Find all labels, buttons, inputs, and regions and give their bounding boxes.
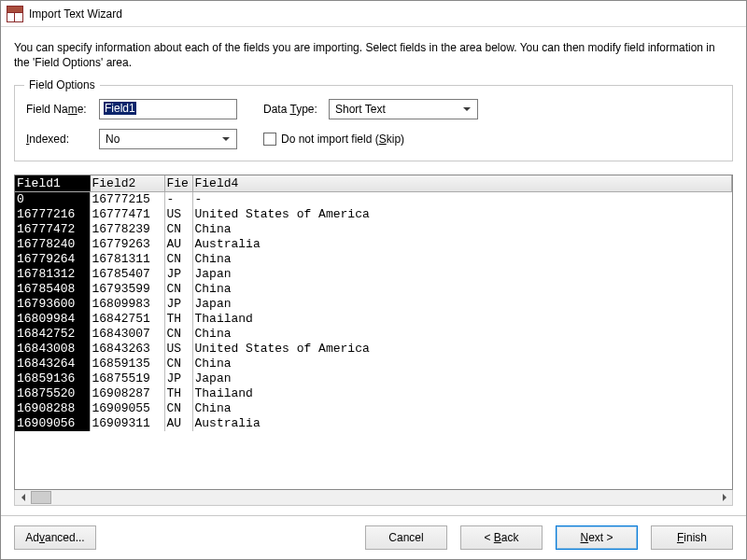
cell: 16777215 [90, 191, 164, 207]
import-text-wizard-window: Import Text Wizard You can specify infor… [0, 0, 747, 560]
cell: China [192, 282, 732, 297]
cell: 16793600 [15, 297, 90, 312]
table-row[interactable]: 1687552016908287THThailand [15, 386, 732, 401]
cell: 16843008 [15, 342, 90, 357]
table-row[interactable]: 1677824016779263AUAustralia [15, 237, 732, 252]
scroll-thumb[interactable] [31, 491, 51, 504]
cell: 16781312 [15, 267, 90, 282]
header-row: Field1 Field2 Fie Field4 [15, 175, 732, 191]
indexed-combo[interactable]: No [99, 129, 237, 149]
cell: 16909056 [15, 416, 90, 431]
cell: Japan [192, 297, 732, 312]
cell: CN [164, 401, 192, 416]
skip-checkbox[interactable] [263, 133, 276, 146]
cell: United States of America [192, 342, 732, 357]
cell: JP [164, 371, 192, 386]
col-header-field3[interactable]: Fie [164, 175, 192, 191]
cell: China [192, 222, 732, 237]
cell: 16781311 [90, 252, 164, 267]
advanced-button[interactable]: Advanced... [14, 525, 96, 550]
indexed-label: Indexed: [26, 133, 99, 146]
table-row[interactable]: 1677721616777471USUnited States of Ameri… [15, 207, 732, 222]
cell: 16909311 [90, 416, 164, 431]
table-row[interactable]: 016777215-- [15, 191, 732, 207]
table-row[interactable]: 1680998416842751THThailand [15, 312, 732, 327]
cell: CN [164, 327, 192, 342]
data-type-label: Data Type: [263, 103, 329, 116]
cell: 16875520 [15, 386, 90, 401]
cell: 16778240 [15, 237, 90, 252]
table-row[interactable]: 1679360016809983JPJapan [15, 297, 732, 312]
cell: TH [164, 312, 192, 327]
window-title: Import Text Wizard [29, 7, 122, 21]
titlebar: Import Text Wizard [1, 1, 746, 27]
table-row[interactable]: 1685913616875519JPJapan [15, 371, 732, 386]
cell: 16875519 [90, 371, 164, 386]
cell: US [164, 342, 192, 357]
cell: 16908288 [15, 401, 90, 416]
data-type-combo[interactable]: Short Text [329, 99, 478, 119]
cell: Japan [192, 371, 732, 386]
indexed-row: Indexed: No Do not import field (Skip) [26, 129, 721, 149]
field-name-input[interactable] [99, 99, 237, 119]
button-bar: Advanced... Cancel < Back Next > Finish [1, 515, 746, 559]
field-name-label: Field Name: [26, 103, 99, 116]
scroll-left-icon[interactable] [15, 490, 31, 505]
cell: JP [164, 297, 192, 312]
table-row[interactable]: 1677926416781311CNChina [15, 252, 732, 267]
cell: Thailand [192, 386, 732, 401]
data-preview-grid[interactable]: Field1 Field2 Fie Field4 016777215--1677… [14, 175, 733, 490]
cell: AU [164, 416, 192, 431]
finish-button[interactable]: Finish [651, 525, 733, 550]
chevron-down-icon [218, 133, 233, 146]
cell: China [192, 327, 732, 342]
field-name-row: Field Name: Field1 Data Type: Short Text [26, 99, 721, 119]
cell: 16843263 [90, 342, 164, 357]
table-row[interactable]: 1684275216843007CNChina [15, 327, 732, 342]
col-header-field4[interactable]: Field4 [192, 175, 732, 191]
cell: Australia [192, 416, 732, 431]
cell: 16859136 [15, 371, 90, 386]
cell: 16778239 [90, 222, 164, 237]
cell: 16809983 [90, 297, 164, 312]
field-options-group: Field Options Field Name: Field1 Data Ty… [14, 85, 733, 161]
skip-label: Do not import field (Skip) [281, 133, 404, 146]
col-header-field2[interactable]: Field2 [90, 175, 164, 191]
wizard-content: You can specify information about each o… [1, 27, 746, 515]
table-row[interactable]: 1678131216785407JPJapan [15, 267, 732, 282]
cell: 16859135 [90, 357, 164, 371]
intro-text: You can specify information about each o… [14, 40, 733, 70]
col-header-field1[interactable]: Field1 [15, 175, 90, 191]
table-row[interactable]: 1684326416859135CNChina [15, 357, 732, 371]
cell: 16785407 [90, 267, 164, 282]
scroll-right-icon[interactable] [716, 490, 732, 505]
cell: China [192, 252, 732, 267]
back-button[interactable]: < Back [460, 525, 543, 550]
cell: 16843007 [90, 327, 164, 342]
table-row[interactable]: 1690905616909311AUAustralia [15, 416, 732, 431]
cell: 16785408 [15, 282, 90, 297]
cell: 16842751 [90, 312, 164, 327]
cell: 16779264 [15, 252, 90, 267]
cell: Thailand [192, 312, 732, 327]
indexed-value: No [106, 133, 120, 146]
table-row[interactable]: 1678540816793599CNChina [15, 282, 732, 297]
chevron-down-icon [459, 103, 474, 116]
table-row[interactable]: 1690828816909055CNChina [15, 401, 732, 416]
cell: 0 [15, 191, 90, 207]
cancel-button[interactable]: Cancel [365, 525, 447, 550]
cell: 16842752 [15, 327, 90, 342]
horizontal-scrollbar[interactable] [14, 490, 733, 506]
cell: US [164, 207, 192, 222]
table-row[interactable]: 1677747216778239CNChina [15, 222, 732, 237]
cell: - [192, 191, 732, 207]
cell: 16777216 [15, 207, 90, 222]
next-button[interactable]: Next > [556, 525, 638, 550]
scroll-track[interactable] [31, 490, 716, 505]
cell: United States of America [192, 207, 732, 222]
cell: 16843264 [15, 357, 90, 371]
cell: CN [164, 357, 192, 371]
field-options-legend: Field Options [24, 78, 100, 91]
table-row[interactable]: 1684300816843263USUnited States of Ameri… [15, 342, 732, 357]
cell: 16809984 [15, 312, 90, 327]
